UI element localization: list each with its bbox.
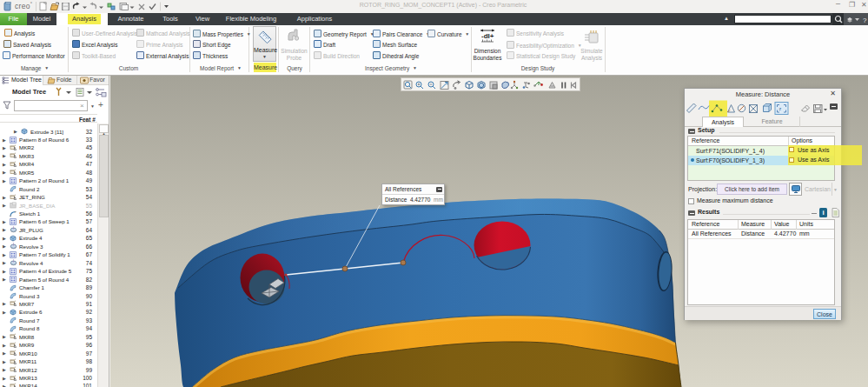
svg-text:z: z [779, 106, 782, 111]
svg-text:?: ? [863, 17, 867, 24]
svg-text:-dl+: -dl+ [481, 32, 494, 40]
